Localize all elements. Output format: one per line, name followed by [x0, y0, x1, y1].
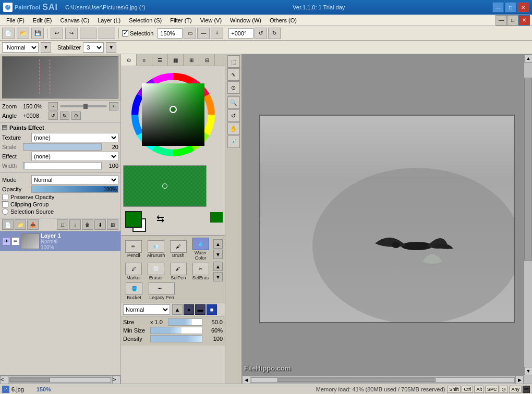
menu-selection[interactable]: Selection (S) — [125, 16, 166, 24]
pen-icon[interactable]: ✏ — [523, 386, 530, 393]
legacy-pen-tool[interactable]: ✒ Legacy Pen — [146, 282, 177, 300]
hscroll-left-btn[interactable]: ◀ — [242, 376, 250, 384]
menu-others[interactable]: Others (O) — [265, 16, 301, 24]
scroll-right-btn[interactable]: > — [112, 376, 120, 384]
stabilizer-select[interactable]: 3 — [83, 42, 104, 53]
effect-select[interactable]: (none) — [31, 152, 118, 161]
selection-source-radio[interactable] — [2, 208, 8, 215]
stabilizer-dropdown[interactable]: ▼ — [106, 42, 116, 53]
eraser-tool[interactable]: ⬜ Eraser — [146, 263, 167, 280]
menu-filter[interactable]: Filter (T) — [166, 16, 196, 24]
menu-layer[interactable]: Layer (L) — [93, 16, 125, 24]
minimize-button[interactable]: — — [492, 2, 504, 13]
toolbar-restore-btn[interactable]: □ — [507, 15, 518, 26]
shape-square-btn[interactable]: ■ — [207, 304, 217, 315]
color-tab-extra[interactable]: ⊞ — [184, 54, 199, 66]
opacity-bar[interactable]: 100% — [31, 186, 118, 193]
watercolor-tool[interactable]: 💧 Water Color — [190, 238, 211, 261]
menu-edit[interactable]: Edit (E) — [29, 16, 56, 24]
menu-view[interactable]: View (V) — [196, 16, 226, 24]
preserve-opacity-checkbox[interactable] — [2, 194, 8, 200]
hand-tool-btn[interactable]: ✋ — [227, 122, 240, 135]
marker-tool[interactable]: 🖊 Marker — [123, 263, 144, 280]
import-layer-btn[interactable]: 📥 — [27, 219, 39, 230]
menu-window[interactable]: Window (W) — [226, 16, 265, 24]
rotate-left-btn[interactable]: ↺ — [255, 28, 267, 39]
layer-extra-btn[interactable]: ⊞ — [107, 219, 118, 230]
zoom-plus-small[interactable]: + — [109, 102, 118, 110]
scale-slider[interactable] — [23, 143, 102, 151]
color-tab-picker[interactable]: ⊟ — [199, 54, 215, 66]
airbrush-tool[interactable]: 💨 AirBrush — [146, 240, 167, 258]
hscroll-right-btn[interactable]: ▶ — [515, 376, 524, 384]
color-tab-palette[interactable]: ☰ — [152, 54, 168, 66]
selection-checkbox[interactable]: ✓ — [122, 30, 128, 36]
color-tab-swatches[interactable]: ▦ — [168, 54, 184, 66]
toolbar-close-btn[interactable]: ✕ — [518, 15, 530, 26]
maximize-button[interactable]: □ — [505, 2, 516, 13]
width-slider[interactable] — [23, 162, 102, 169]
layer-item[interactable]: 👁 ✏ Layer 1 Normal 100% — [0, 231, 120, 251]
rotate-right-btn[interactable]: ↻ — [268, 28, 281, 39]
btn4[interactable] — [99, 28, 115, 39]
canvas-container[interactable]: ▲ ▼ ◀ ▶ FileHippo.com — [242, 54, 532, 384]
eyedropper-btn[interactable]: 💉 — [227, 136, 240, 148]
vscroll-up-btn[interactable]: ▲ — [524, 54, 532, 63]
tool-scroll-up[interactable]: ▲ — [213, 262, 223, 271]
selpen-tool[interactable]: 🖋 SelPen — [168, 263, 189, 280]
close-button[interactable]: ✕ — [517, 2, 529, 13]
move-tool-btn[interactable]: ↺ — [227, 109, 240, 122]
angle-reset-btn[interactable]: ⊙ — [71, 112, 81, 120]
size-slider[interactable] — [168, 318, 202, 326]
layer-delete-btn[interactable]: 🗑 — [82, 219, 93, 230]
texture-select[interactable]: (none) — [31, 133, 118, 142]
menu-file[interactable]: File (F) — [2, 16, 29, 24]
layer-visibility-btn[interactable]: 👁 — [2, 237, 10, 245]
brush-tool[interactable]: 🖌 Brush — [168, 240, 189, 258]
layer-link-btn[interactable]: ✏ — [11, 237, 20, 245]
density-slider[interactable] — [150, 335, 202, 342]
zoom-minus-btn[interactable]: — — [197, 28, 210, 39]
save-btn[interactable]: 💾 — [31, 28, 44, 39]
foreground-color[interactable] — [125, 211, 142, 228]
shape-triangle-btn[interactable]: ▲ — [172, 304, 183, 315]
brush-mode-select[interactable]: Normal — [123, 304, 170, 315]
layer-down-btn[interactable]: ↓ — [69, 219, 81, 230]
blend-mode-select[interactable]: Normal — [2, 42, 39, 53]
mode-select[interactable]: Normal — [31, 175, 118, 184]
new-folder-btn[interactable]: 📁 — [15, 219, 26, 230]
collapse-btn[interactable]: — — [2, 125, 7, 130]
zoom-out-btn[interactable]: ▭ — [184, 28, 196, 39]
layer-merge-btn[interactable]: ⬇ — [94, 219, 106, 230]
blend-extra-btn[interactable]: ▼ — [41, 42, 51, 53]
select-magic-btn[interactable]: ⊙ — [227, 81, 240, 94]
seleras-tool[interactable]: ✂ SelEras — [190, 263, 211, 280]
angle-ccw-btn[interactable]: ↺ — [49, 112, 58, 120]
clipping-group-checkbox[interactable] — [2, 201, 8, 207]
btn3[interactable] — [80, 28, 96, 39]
layer-options-btn[interactable]: □ — [57, 219, 68, 230]
vscroll-down-btn[interactable]: ▼ — [524, 367, 532, 375]
zoom-tool-btn[interactable]: 🔍 — [227, 96, 240, 109]
select-rect-btn[interactable]: ⬚ — [227, 55, 240, 68]
shape-round-btn[interactable]: ● — [184, 304, 194, 315]
tool-scroll-down[interactable]: ▼ — [213, 272, 223, 281]
redo-btn[interactable]: ↪ — [65, 28, 78, 39]
swap-colors-btn[interactable]: ⇆ — [156, 213, 164, 225]
toolbar-minimize-btn[interactable]: — — [495, 15, 507, 26]
zoom-minus-small[interactable]: - — [49, 102, 58, 110]
color-tab-wheel[interactable]: ⊙ — [121, 54, 137, 66]
scroll-thumb-h[interactable] — [10, 378, 50, 382]
zoom-slider[interactable] — [60, 105, 107, 107]
color-right-btn2[interactable]: ▼ — [213, 250, 223, 259]
color-wheel[interactable] — [129, 70, 217, 159]
new-layer-btn[interactable]: 📄 — [2, 219, 14, 230]
vscroll-thumb[interactable] — [524, 78, 532, 260]
min-size-slider[interactable] — [150, 327, 202, 334]
undo-btn[interactable]: ↩ — [51, 28, 63, 39]
color-tab-lines[interactable]: ≡ — [137, 54, 152, 66]
angle-cw-btn[interactable]: ↻ — [60, 112, 69, 120]
color-swatch[interactable] — [123, 165, 207, 207]
hscroll-thumb[interactable] — [277, 378, 435, 382]
shape-flat-btn[interactable]: ▬ — [195, 304, 205, 315]
